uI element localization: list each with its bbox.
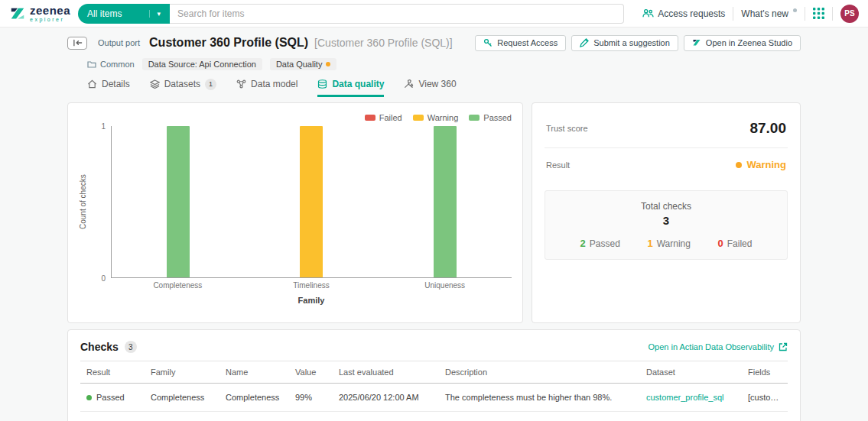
count-item: 1Warning: [647, 238, 690, 249]
back-button[interactable]: [67, 37, 87, 50]
column-header: Name: [219, 361, 289, 384]
open-observability-link[interactable]: Open in Actian Data Observability: [649, 342, 788, 351]
tab-datasets-label: Datasets: [164, 79, 200, 89]
bar: [434, 126, 457, 277]
count-value: 1: [647, 238, 652, 249]
data-source-label: Data Source: Api Connection: [148, 60, 256, 69]
data-model-icon: [236, 79, 246, 89]
column-header: Last evaluated: [333, 361, 439, 384]
open-in-studio-button[interactable]: Open in Zeenea Studio: [684, 35, 801, 51]
external-link-icon: [779, 342, 788, 351]
search-box[interactable]: [170, 4, 624, 24]
status-dot: [86, 395, 92, 400]
data-quality-label: Data Quality: [276, 60, 323, 69]
counts-row: 2Passed1Warning0Failed: [553, 238, 779, 249]
bar: [167, 126, 190, 277]
all-items-dropdown[interactable]: All items ▾: [78, 4, 170, 24]
last-evaluated-cell: 2025/06/20 12:00 AM: [333, 384, 439, 412]
logo-sub: explorer: [30, 17, 70, 22]
count-label: Passed: [590, 238, 620, 249]
name-cell: Completeness: [219, 384, 289, 412]
count-item: 0Failed: [717, 238, 752, 249]
zeenea-logo[interactable]: zeenea explorer: [9, 5, 70, 22]
apps-grid-button[interactable]: [813, 8, 824, 19]
family-cell: Completeness: [145, 384, 219, 412]
dataset-link[interactable]: customer_profile_sql: [646, 393, 724, 402]
pencil-icon: [580, 38, 589, 47]
tab-datasets[interactable]: Datasets 1: [150, 79, 216, 98]
open-observability-label: Open in Actian Data Observability: [649, 342, 774, 351]
search-bar: All items ▾: [78, 4, 624, 24]
table-row: WarningTimelinessFreshness24h2025/06/20 …: [80, 412, 788, 421]
bar-plot: [111, 126, 512, 278]
y-tick-label: 0: [101, 274, 106, 283]
tab-data-model-label: Data model: [251, 79, 297, 89]
data-source-chip[interactable]: Data Source: Api Connection: [142, 58, 262, 70]
checks-body: PassedCompletenessCompleteness99%2025/06…: [80, 384, 788, 421]
total-checks-box: Total checks 3 2Passed1Warning0Failed: [545, 190, 788, 260]
value-cell: 99%: [289, 384, 333, 412]
whats-new-label: What's new: [741, 8, 788, 19]
item-kicker: Output port: [98, 38, 140, 47]
user-avatar[interactable]: PS: [840, 5, 859, 23]
fields-cell: [742, 412, 788, 421]
total-checks-label: Total checks: [553, 201, 779, 212]
table-row: PassedCompletenessCompleteness99%2025/06…: [80, 384, 788, 412]
divider: [733, 7, 733, 21]
result-value: Warning: [736, 159, 786, 170]
x-axis-title: Family: [111, 290, 512, 305]
x-tick-label: Timeliness: [245, 281, 379, 290]
search-input[interactable]: [177, 8, 616, 19]
tab-data-model[interactable]: Data model: [236, 79, 297, 97]
domain-meta: Common: [87, 60, 135, 69]
all-items-label: All items: [87, 8, 122, 19]
legend-item: Warning: [413, 112, 459, 123]
access-requests-button[interactable]: Access requests: [642, 8, 725, 19]
submit-suggestion-button[interactable]: Submit a suggestion: [571, 35, 678, 51]
x-tick-label: Uniqueness: [378, 281, 512, 290]
request-access-button[interactable]: Request Access: [475, 35, 566, 51]
result-row: Result Warning: [545, 148, 788, 181]
result-text: Passed: [96, 393, 125, 402]
divider: [805, 7, 805, 21]
checks-header-row: ResultFamilyNameValueLast evaluatedDescr…: [80, 361, 788, 384]
tab-view-360[interactable]: View 360: [404, 79, 456, 97]
checks-table: ResultFamilyNameValueLast evaluatedDescr…: [80, 361, 788, 421]
page-title: Customer 360 Profile (SQL): [149, 36, 308, 50]
quality-overview: FailedWarningPassed Count of checks 01 C…: [67, 102, 801, 323]
x-labels: CompletenessTimelinessUniqueness: [111, 278, 512, 290]
x-tick-label: Completeness: [111, 281, 245, 290]
logo-brand: zeenea: [30, 5, 70, 16]
zeenea-logo-mark: [9, 5, 26, 22]
bar: [300, 126, 323, 277]
trust-score-row: Trust score 87.00: [545, 109, 788, 148]
checks-chart-card: FailedWarningPassed Count of checks 01 C…: [67, 102, 523, 323]
trust-score-value: 87.00: [749, 120, 786, 137]
count-item: 2Passed: [580, 238, 620, 249]
database-icon: [317, 79, 327, 89]
result-label: Result: [546, 160, 570, 170]
checks-count-badge: 3: [125, 341, 137, 353]
dataset-cell: customer_profile_sql: [640, 412, 742, 421]
bar-chart: Count of checks 01 CompletenessTimelines…: [79, 126, 512, 305]
tab-details[interactable]: Details: [87, 79, 130, 97]
description-cell: The completeness must be higher than 98%…: [439, 384, 640, 412]
bar-slot: [379, 126, 512, 277]
quality-summary-card: Trust score 87.00 Result Warning Total c…: [532, 102, 801, 323]
tab-bar: Details Datasets 1 Data model: [87, 78, 801, 98]
result-cell: Passed: [80, 384, 145, 412]
column-header: Description: [439, 361, 640, 384]
checks-header: Checks 3 Open in Actian Data Observabili…: [80, 338, 788, 356]
chart-legend: FailedWarningPassed: [79, 112, 512, 123]
access-requests-label: Access requests: [658, 8, 725, 19]
column-header: Fields: [742, 361, 788, 384]
tools-icon: [404, 79, 414, 89]
access-requests-icon: [642, 8, 654, 18]
tab-data-quality[interactable]: Data quality: [317, 79, 384, 97]
tab-data-quality-label: Data quality: [332, 79, 384, 89]
whats-new-button[interactable]: What's new: [741, 8, 797, 19]
legend-swatch: [469, 115, 480, 121]
result-text: Warning: [746, 159, 786, 170]
data-quality-chip[interactable]: Data Quality: [270, 58, 337, 70]
domain-label: Common: [100, 60, 135, 69]
